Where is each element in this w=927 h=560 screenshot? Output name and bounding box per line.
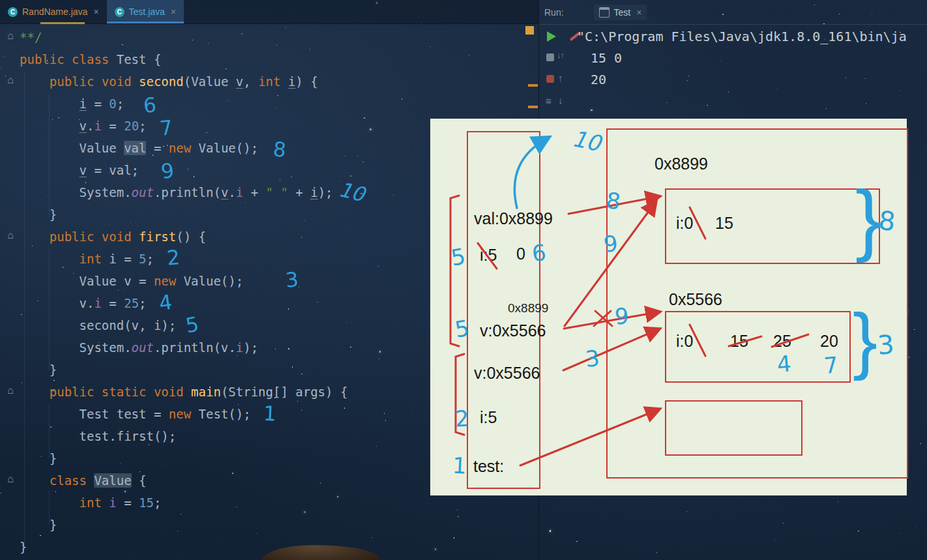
- handwritten-step-number: 1: [452, 452, 467, 479]
- code-token: +: [243, 185, 265, 199]
- code-line[interactable]: }: [20, 359, 347, 381]
- code-token: ;: [139, 296, 146, 310]
- stop-icon[interactable]: [546, 53, 554, 61]
- console-output[interactable]: "C:\Program Files\Java\jdk1.8.0_161\bin\…: [577, 26, 927, 91]
- code-token: i: [109, 495, 116, 510]
- star: [4, 56, 5, 57]
- stack-entry-i: i:5: [480, 246, 497, 265]
- run-label: Run:: [544, 7, 564, 18]
- code-token: [20, 163, 80, 177]
- code-token: second(v, i);: [80, 318, 177, 332]
- code-token: }: [20, 518, 57, 532]
- code-line[interactable]: }: [20, 536, 347, 558]
- code-token: public class: [20, 52, 117, 66]
- code-token: [20, 429, 80, 443]
- code-token: new: [169, 141, 199, 155]
- handwritten-step-number: 4: [776, 350, 792, 377]
- code-token: [20, 407, 80, 421]
- code-token: v: [236, 74, 243, 89]
- star: [348, 227, 349, 228]
- stack-entry-v: v:0x5566: [480, 321, 546, 340]
- code-line[interactable]: **/: [20, 26, 347, 48]
- code-line[interactable]: Value val = new Value();: [20, 137, 347, 159]
- code-line[interactable]: }: [20, 447, 347, 469]
- code-token: v: [221, 185, 228, 199]
- code-line[interactable]: v = val;: [20, 159, 347, 181]
- code-token: [20, 185, 80, 199]
- run-header: Run: Test ×: [539, 0, 927, 25]
- navigate-up-icon[interactable]: ↑: [558, 72, 563, 83]
- code-token: first: [139, 229, 176, 244]
- code-line[interactable]: }: [20, 514, 347, 536]
- code-token: Test {: [117, 52, 162, 66]
- code-editor[interactable]: **/public class Test { public void secon…: [20, 26, 347, 558]
- tab-modified-indicator: [40, 22, 85, 24]
- star: [16, 53, 16, 54]
- rerun-icon[interactable]: [547, 31, 556, 42]
- code-token: [20, 252, 80, 266]
- code-token: [20, 495, 80, 510]
- code-token: }: [20, 362, 57, 377]
- stack-entry-test: test:: [473, 457, 504, 476]
- code-token: Value();: [184, 274, 244, 288]
- code-token: [20, 385, 50, 399]
- code-token: =: [117, 495, 139, 510]
- code-token: +: [288, 185, 310, 199]
- handwritten-step-number: 7: [823, 351, 839, 379]
- stack-entry-v-first: v:0x5566: [474, 364, 540, 383]
- code-token: = val;: [87, 163, 139, 177]
- fold-marker-icon[interactable]: ⌂: [5, 74, 16, 86]
- fold-marker-icon[interactable]: ⌂: [5, 30, 16, 42]
- close-icon[interactable]: ×: [171, 7, 176, 17]
- code-line[interactable]: i = 0;: [20, 93, 347, 115]
- code-token: =: [146, 141, 168, 155]
- sort-console-icon[interactable]: ↓↑: [557, 50, 564, 60]
- code-token: v.: [80, 296, 95, 310]
- run-tab-label: Test: [614, 7, 631, 18]
- ide-window: C RandName.java × C Test.java × ⌂ ⌂ ⌂ ⌂ …: [0, 0, 927, 560]
- fold-marker-icon[interactable]: ⌂: [5, 385, 16, 396]
- stack-entry-i-first: i:5: [480, 408, 497, 427]
- code-line[interactable]: public class Test {: [20, 48, 347, 70]
- code-line[interactable]: test.first();: [20, 425, 347, 447]
- code-token: i: [94, 296, 101, 310]
- console-menu-icon[interactable]: ≡: [546, 95, 552, 106]
- code-line[interactable]: int i = 5;: [20, 248, 347, 270]
- code-token: i =: [109, 252, 139, 266]
- code-token: (: [184, 74, 191, 89]
- dump-icon[interactable]: [546, 75, 554, 83]
- console-line: 20: [577, 69, 927, 91]
- close-icon[interactable]: ×: [93, 7, 98, 17]
- close-icon[interactable]: ×: [636, 7, 641, 18]
- star: [1, 67, 1, 68]
- code-line[interactable]: int i = 15;: [20, 492, 347, 514]
- code-token: [20, 96, 80, 111]
- code-token: 5: [139, 252, 146, 266]
- code-line[interactable]: v.i = 25;: [20, 292, 347, 314]
- code-line[interactable]: System.out.println(v.i);: [20, 336, 347, 359]
- code-line[interactable]: v.i = 20;: [20, 115, 347, 137]
- code-line[interactable]: }: [20, 203, 347, 226]
- fold-marker-icon[interactable]: ⌂: [5, 473, 16, 485]
- navigate-down-icon[interactable]: ↓: [558, 95, 563, 106]
- code-token: [20, 274, 80, 288]
- handwritten-step-number: 8: [877, 205, 897, 237]
- code-line[interactable]: public static void main(String[] args) {: [20, 381, 347, 403]
- code-line[interactable]: second(v, i);: [20, 314, 347, 336]
- fold-marker-icon[interactable]: ⌂: [5, 229, 16, 241]
- tab-test-java[interactable]: C Test.java ×: [107, 0, 184, 23]
- run-tab-test[interactable]: Test ×: [594, 5, 647, 20]
- handwritten-step-number: 3: [584, 345, 601, 372]
- code-line[interactable]: class Value {: [20, 469, 347, 492]
- code-token: new: [169, 407, 199, 421]
- code-line[interactable]: Test test = new Test();: [20, 403, 347, 425]
- code-line[interactable]: System.out.println(v.i + " " + i);: [20, 181, 347, 203]
- code-token: v: [80, 163, 87, 177]
- code-line[interactable]: public void first() {: [20, 226, 347, 248]
- object-b-value-old-25: 25: [773, 332, 791, 351]
- handwritten-step-number: 9: [602, 230, 619, 258]
- code-token: Value: [191, 74, 236, 89]
- code-line[interactable]: public void second(Value v, int i) {: [20, 70, 347, 93]
- code-token: .println(: [154, 185, 221, 199]
- tab-randname-java[interactable]: C RandName.java ×: [0, 0, 107, 23]
